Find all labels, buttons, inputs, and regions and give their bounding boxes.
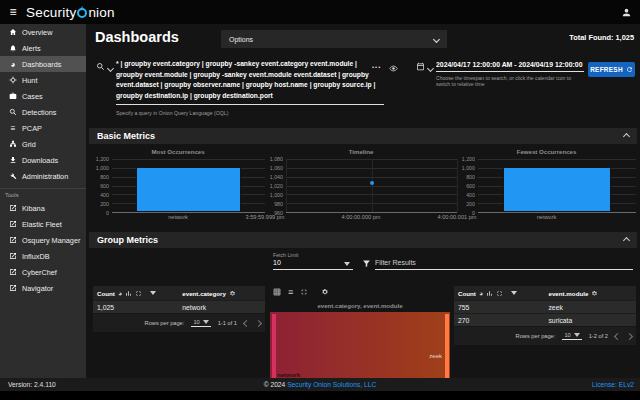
table-row[interactable]: 1,025 network [93,300,265,313]
y-tick-label: 200 [466,201,475,207]
list-icon[interactable]: ≡ [288,289,293,296]
bar-chart-icon[interactable] [486,290,493,297]
count-header: Count [458,290,476,297]
previous-page-icon[interactable] [243,319,250,326]
filter-results-input[interactable]: Filter Results [375,259,633,270]
field-header[interactable]: event.module [548,290,588,297]
plot-area [478,159,636,213]
vgridline [372,159,373,212]
sidebar-item-label: PCAP [22,124,42,133]
bar-network[interactable] [503,167,610,212]
fullscreen-icon[interactable] [496,290,503,297]
data-point[interactable] [370,181,374,185]
sidebar-item-navigator[interactable]: Navigator [0,280,86,296]
count-header: Count [97,290,115,297]
refresh-icon [626,66,633,73]
plot-area [286,159,457,213]
fetch-limit-select[interactable]: 10 [273,259,353,270]
total-found-label: Total Found: 1,025 [569,33,634,42]
count-cell[interactable]: 755 [458,304,548,311]
y-tick-label: 1,200 [96,156,109,162]
value-cell[interactable]: network [182,304,206,311]
table-row[interactable]: 755 zeek [454,300,636,313]
next-page-icon[interactable] [255,319,262,326]
table-row[interactable]: 270 suricata [454,313,636,326]
sidebar-item-cyberchef[interactable]: CyberChef [0,264,86,280]
value-cell[interactable]: zeek [548,304,562,311]
next-page-icon[interactable] [626,332,633,339]
rows-per-page-select[interactable]: 10 [191,319,210,327]
gear-icon[interactable] [229,290,236,297]
sidebar-item-osquery-manager[interactable]: Osquery Manager [0,232,86,248]
sidebar-item-administration[interactable]: Administration [0,168,86,184]
sidebar-item-label: Grid [22,140,36,149]
search-icon[interactable] [96,62,105,71]
crosshair-icon [9,76,17,84]
collapse-chevron-icon[interactable] [623,132,630,139]
logo-text-prefix: Security [26,5,76,20]
sort-caret-icon[interactable] [150,291,156,295]
sankey-source-node[interactable] [272,314,276,378]
sankey-diagram[interactable]: network zeek [270,312,450,378]
options-dropdown[interactable]: Options [221,30,447,48]
fullscreen-icon[interactable] [135,290,142,297]
hamburger-menu-icon[interactable]: ≡ [0,0,26,24]
value-cell[interactable]: suricata [548,317,572,324]
y-tick-label: 1,040 [270,174,283,180]
sidebar-item-kibana[interactable]: Kibana [0,200,86,216]
query-input[interactable]: * | groupby event.category | groupby -sa… [116,59,384,105]
collapse-chevron-icon[interactable] [623,236,630,243]
sidebar-item-dashboards[interactable]: ◕ Dashboards [0,56,86,72]
copyright-link[interactable]: Security Onion Solutions, LLC [287,381,376,388]
sidebar-item-overview[interactable]: Overview [0,24,86,40]
basic-metrics-title: Basic Metrics [97,131,155,141]
pie-chart-icon[interactable]: ◕ [479,290,483,297]
sidebar-item-influxdb[interactable]: InfluxDB [0,248,86,264]
user-icon[interactable] [621,7,632,18]
gear-icon[interactable] [591,290,598,297]
count-cell[interactable]: 1,025 [97,304,182,311]
count-cell[interactable]: 270 [458,317,548,324]
query-history-caret-icon[interactable] [107,65,114,72]
bell-icon [9,44,17,52]
copyright: © 2024 Security Onion Solutions, LLC [0,381,640,388]
x-axis: 3:59:59.999 pm4:00:00.000 pm4:00:00.001 … [265,214,457,224]
date-caret-icon[interactable] [427,65,434,72]
date-range-input[interactable]: 2024/04/17 12:00:00 AM - 2024/04/19 12:0… [436,61,584,72]
home-icon [9,28,17,36]
logo-text-suffix: nion [88,5,114,20]
table-grid-icon[interactable] [273,288,281,296]
sankey-target-node[interactable] [445,314,449,378]
sidebar-item-cases[interactable]: Cases [0,88,86,104]
table-pagination: Rows per page: 10 1-2 of 2 [454,326,636,345]
sidebar-item-grid[interactable]: Grid [0,136,86,152]
refresh-button[interactable]: REFRESH [588,62,635,77]
sidebar-item-hunt[interactable]: Hunt [0,72,86,88]
sidebar-item-detections[interactable]: Detections [0,104,86,120]
sidebar-item-label: Administration [22,172,68,181]
bar-chart-icon[interactable] [125,290,132,297]
gear-icon[interactable] [321,288,329,296]
bar-network[interactable] [136,167,240,212]
sidebar-item-label: Downloads [22,156,58,165]
sidebar-item-elastic-fleet[interactable]: Elastic Fleet [0,216,86,232]
sidebar-item-alerts[interactable]: Alerts [0,40,86,56]
basic-metrics-header[interactable]: Basic Metrics [89,128,637,144]
eye-icon[interactable] [389,64,398,73]
page-title: Dashboards [95,29,179,45]
pie-chart-icon[interactable]: ◕ [118,290,122,297]
sitemap-icon [9,140,17,148]
sidebar-item-downloads[interactable]: Downloads [0,152,86,168]
sidebar-item-pcap[interactable]: ≡ PCAP [0,120,86,136]
sort-caret-icon[interactable] [511,291,517,295]
calendar-icon[interactable] [416,62,425,71]
rows-per-page-select[interactable]: 10 [562,332,581,340]
chart-title: Most Occurrences [91,148,265,157]
sidebar-item-label: Detections [22,108,56,117]
group-metrics-header[interactable]: Group Metrics [89,232,637,248]
field-header[interactable]: event.category [182,290,226,297]
fullscreen-icon[interactable] [300,288,308,296]
previous-page-icon[interactable] [614,332,621,339]
app-logo: Securitynion [26,5,115,20]
more-actions-icon[interactable]: ••• [372,64,381,70]
